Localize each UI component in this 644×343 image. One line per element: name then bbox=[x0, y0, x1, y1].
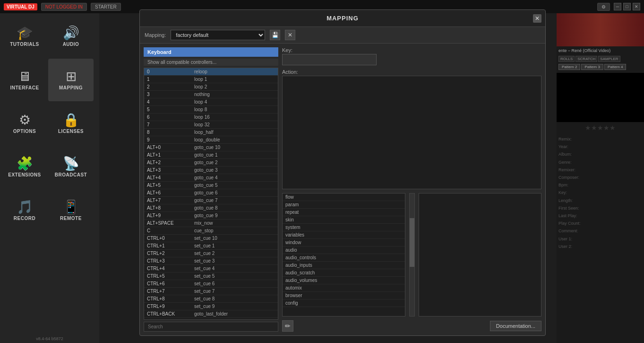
filter-item[interactable]: system bbox=[283, 224, 405, 231]
mapping-row[interactable]: ALT+0goto_cue 10 bbox=[144, 144, 278, 151]
mapping-row[interactable]: Ccue_stop bbox=[144, 227, 278, 235]
filter-item[interactable]: config bbox=[283, 299, 405, 307]
nav-item-options[interactable]: ⚙ OPTIONS bbox=[2, 102, 47, 145]
filter-item[interactable]: flow bbox=[283, 193, 405, 201]
broadcast-label: BROADCAST bbox=[55, 172, 87, 177]
record-icon: 🎵 bbox=[17, 201, 33, 214]
filter-item[interactable]: audio_volumes bbox=[283, 277, 405, 284]
nav-item-extensions[interactable]: 🧩 EXTENSIONS bbox=[2, 146, 47, 188]
licenses-icon: 🔒 bbox=[63, 114, 79, 127]
nav-item-tutorials[interactable]: 🎓 TUTORIALS bbox=[2, 15, 47, 58]
action-field-container: Action: bbox=[282, 69, 541, 189]
filter-item[interactable]: audio bbox=[283, 246, 405, 254]
mapping-row[interactable]: 4loop 4 bbox=[144, 98, 278, 106]
filter-grid: flowparamrepeatskinsystemvariableswindow… bbox=[282, 193, 541, 317]
key-field-container: Key: bbox=[282, 47, 541, 65]
mapping-row[interactable]: ALT+9goto_cue 9 bbox=[144, 212, 278, 220]
key-field-label: Key: bbox=[282, 47, 541, 53]
action-area[interactable] bbox=[282, 76, 541, 189]
mapping-row[interactable]: CTRL+5set_cue 5 bbox=[144, 273, 278, 280]
mapping-row[interactable]: 6loop 16 bbox=[144, 114, 278, 121]
mapping-row[interactable]: ALT+8goto_cue 8 bbox=[144, 204, 278, 212]
mapping-row[interactable]: CTRL+3set_cue 3 bbox=[144, 257, 278, 265]
filter-item[interactable]: skin bbox=[283, 216, 405, 224]
filter-col-1[interactable]: flowparamrepeatskinsystemvariableswindow… bbox=[282, 193, 405, 317]
filter-item[interactable]: window bbox=[283, 239, 405, 246]
filter-item[interactable]: automix bbox=[283, 284, 405, 292]
mapping-row[interactable]: 3nothing bbox=[144, 91, 278, 98]
mapping-modal: MAPPING ✕ Mapping: factory default 💾 ✕ K… bbox=[139, 9, 546, 336]
show-compatible[interactable]: Show all compatible controllers... bbox=[144, 59, 278, 66]
mapping-row[interactable]: CTRL+9set_cue 9 bbox=[144, 303, 278, 310]
mapping-row[interactable]: CTRL+BACKgoto_last_folder bbox=[144, 310, 278, 318]
nav-item-record[interactable]: 🎵 RECORD bbox=[2, 189, 47, 232]
mapping-row[interactable]: 8loop_half bbox=[144, 129, 278, 136]
mapping-row[interactable]: ALT+5goto_cue 5 bbox=[144, 182, 278, 189]
filter-scrollbar-thumb bbox=[410, 218, 414, 267]
record-label: RECORD bbox=[14, 216, 35, 221]
mapping-row[interactable]: ALT+4goto_cue 4 bbox=[144, 174, 278, 182]
keyboard-header: Keyboard bbox=[144, 47, 278, 57]
extensions-icon: 🧩 bbox=[17, 157, 33, 170]
bottom-row: ✏ Documentation... bbox=[282, 320, 541, 332]
options-label: OPTIONS bbox=[13, 129, 36, 134]
modal-body: Keyboard Show all compatible controllers… bbox=[140, 44, 545, 335]
mapping-row[interactable]: ALT+7goto_cue 7 bbox=[144, 197, 278, 204]
mapping-row[interactable]: CTRL+6set_cue 6 bbox=[144, 280, 278, 288]
mapping-row[interactable]: 2loop 2 bbox=[144, 83, 278, 91]
key-input[interactable] bbox=[282, 54, 377, 65]
mapping-label: MAPPING bbox=[59, 85, 83, 90]
mapping-row[interactable]: 0reloop bbox=[144, 68, 278, 76]
mapping-row[interactable]: CTRL+1set_cue 1 bbox=[144, 242, 278, 250]
mapping-row[interactable]: 5loop 8 bbox=[144, 106, 278, 114]
nav-item-licenses[interactable]: 🔒 LICENSES bbox=[48, 102, 94, 145]
nav-item-mapping[interactable]: ⊞ MAPPING bbox=[48, 59, 94, 101]
filter-item[interactable]: audio_controls bbox=[283, 254, 405, 262]
remote-icon: 📱 bbox=[63, 201, 79, 214]
audio-icon: 🔊 bbox=[63, 26, 79, 40]
mapping-select[interactable]: factory default bbox=[171, 30, 265, 40]
mapping-row[interactable]: CTRL+2set_cue 2 bbox=[144, 250, 278, 257]
mapping-row[interactable]: CTRL+0set_cue 10 bbox=[144, 235, 278, 242]
clear-mapping-button[interactable]: ✕ bbox=[285, 30, 295, 40]
documentation-button[interactable]: Documentation... bbox=[490, 321, 541, 331]
nav-item-broadcast[interactable]: 📡 BROADCAST bbox=[48, 146, 94, 188]
mapping-row[interactable]: 1loop 1 bbox=[144, 76, 278, 83]
filter-col-2[interactable] bbox=[419, 193, 542, 317]
filter-item[interactable]: audio_scratch bbox=[283, 269, 405, 277]
filter-item[interactable]: param bbox=[283, 201, 405, 209]
filter-item[interactable]: browser bbox=[283, 292, 405, 299]
modal-header: MAPPING ✕ bbox=[140, 10, 545, 27]
search-input[interactable] bbox=[144, 322, 278, 332]
mapping-row[interactable]: ALT+SPACEmix_now bbox=[144, 220, 278, 227]
extensions-label: EXTENSIONS bbox=[8, 172, 41, 177]
modal-toolbar: Mapping: factory default 💾 ✕ bbox=[140, 27, 545, 44]
licenses-label: LICENSES bbox=[58, 129, 84, 134]
mapping-row[interactable]: CTRL+7set_cue 7 bbox=[144, 288, 278, 295]
left-panel: Keyboard Show all compatible controllers… bbox=[144, 47, 278, 332]
filter-item[interactable]: audio_inputs bbox=[283, 262, 405, 269]
mapping-row[interactable]: 7loop 32 bbox=[144, 121, 278, 129]
edit-button[interactable]: ✏ bbox=[282, 320, 293, 332]
nav-item-interface[interactable]: 🖥 INTERFACE bbox=[2, 59, 47, 101]
mapping-row[interactable]: ALT+2goto_cue 2 bbox=[144, 159, 278, 167]
nav-item-audio[interactable]: 🔊 AUDIO bbox=[48, 15, 94, 58]
nav-item-remote[interactable]: 📱 REMOTE bbox=[48, 189, 94, 232]
filter-item[interactable]: repeat bbox=[283, 209, 405, 216]
filter-item[interactable]: variables bbox=[283, 231, 405, 239]
mapping-row[interactable]: ALT+3goto_cue 3 bbox=[144, 167, 278, 174]
mapping-row[interactable]: 9loop_double bbox=[144, 136, 278, 144]
mapping-row[interactable]: CTRL+Fsearch bbox=[144, 318, 278, 320]
save-mapping-button[interactable]: 💾 bbox=[270, 30, 280, 40]
filter-scrollbar[interactable] bbox=[409, 193, 415, 317]
interface-label: INTERFACE bbox=[10, 85, 39, 90]
options-icon: ⚙ bbox=[19, 114, 31, 127]
modal-close-button[interactable]: ✕ bbox=[533, 14, 541, 23]
mapping-row[interactable]: CTRL+8set_cue 8 bbox=[144, 295, 278, 303]
mapping-row[interactable]: CTRL+4set_cue 4 bbox=[144, 265, 278, 273]
modal-title: MAPPING bbox=[326, 15, 359, 22]
mapping-row[interactable]: ALT+6goto_cue 6 bbox=[144, 189, 278, 197]
mapping-row[interactable]: ALT+1goto_cue 1 bbox=[144, 151, 278, 159]
broadcast-icon: 📡 bbox=[63, 157, 79, 170]
mapping-table[interactable]: 0reloop1loop 12loop 23nothing4loop 45loo… bbox=[144, 68, 278, 320]
